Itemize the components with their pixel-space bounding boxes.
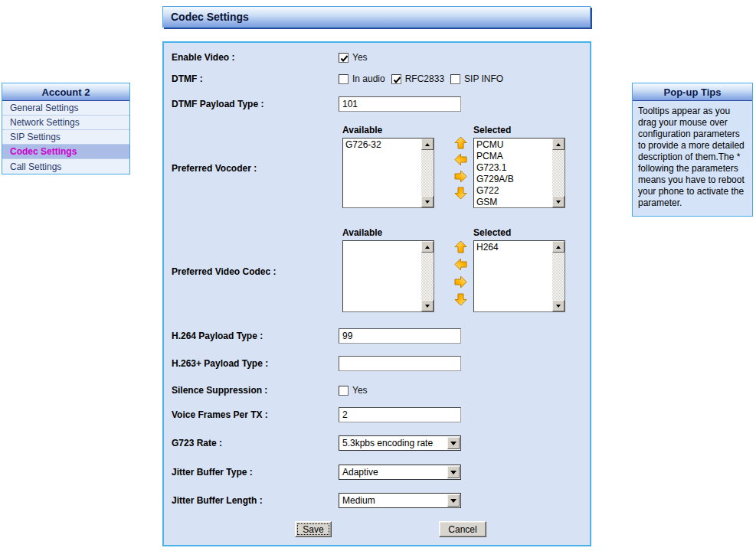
triangle-down-icon [425,305,430,308]
enable-video-checkbox-label: Yes [352,52,368,63]
codec-settings-form: Enable Video : Yes DTMF : In audio RFC28… [162,41,591,546]
enable-video-checkbox[interactable] [339,53,349,63]
move-down-arrow-button[interactable] [454,293,467,306]
vocoder-available-listbox[interactable]: G726-32 [342,138,434,208]
dropdown-button[interactable] [447,437,460,449]
vocoder-available-header: Available [342,125,382,135]
sidebar-item-label: General Settings [10,103,78,113]
silence-suppression-label: Silence Suppression : [172,385,339,396]
silence-suppression-checkbox[interactable] [339,386,349,396]
vocoder-selected-listbox[interactable]: PCMU PCMA G723.1 G729A/B G722 GSM [473,138,565,208]
save-button[interactable]: Save [295,521,332,537]
triangle-up-icon [425,246,430,249]
scroll-up-button[interactable] [421,241,434,253]
sidebar-item-label: Network Settings [10,117,80,128]
sidebar-item-sip-settings[interactable]: SIP Settings [2,130,129,145]
list-item[interactable]: GSM [476,197,551,207]
scroll-up-button[interactable] [552,241,565,253]
dtmf-in-audio-checkbox[interactable] [339,74,349,84]
move-up-arrow-button[interactable] [454,136,467,149]
checkmark-icon [339,54,349,64]
jitter-length-select[interactable]: Medium [339,493,461,508]
triangle-down-icon [425,201,430,204]
g723-rate-select[interactable]: 5.3kpbs encoding rate [339,435,461,451]
page-title: Codec Settings [171,11,249,23]
sidebar-item-network-settings[interactable]: Network Settings [2,116,129,130]
jitter-length-value: Medium [339,495,375,506]
h264-payload-label: H.264 Payload Type : [172,331,339,341]
h264-payload-input[interactable] [339,328,461,344]
scroll-down-button[interactable] [552,196,565,207]
g723-rate-row: G723 Rate : 5.3kpbs encoding rate [164,435,590,451]
triangle-down-icon [556,201,561,204]
jitter-type-value: Adaptive [339,467,378,478]
cancel-button[interactable]: Cancel [439,521,486,537]
vocoder-selected-scrollbar[interactable] [552,139,565,207]
dtmf-payload-label: DTMF Payload Type : [172,99,339,109]
dtmf-label: DTMF : [172,73,339,84]
video-selected-listbox[interactable]: H264 [473,240,565,312]
jitter-type-select[interactable]: Adaptive [339,465,461,480]
vocoder-available-scrollbar[interactable] [421,139,434,207]
dtmf-payload-row: DTMF Payload Type : [164,96,590,112]
vocoder-label: Preferred Vocoder : [172,163,257,174]
triangle-up-icon [425,143,430,146]
popup-tips-text: Tooltips appear as you drag your mouse o… [633,101,752,216]
triangle-up-icon [556,143,561,146]
checkmark-icon [392,75,402,85]
dtmf-payload-input[interactable] [339,96,461,112]
list-item[interactable]: G723.1 [476,162,551,174]
triangle-down-icon [556,305,561,308]
silence-suppression-row: Silence Suppression : Yes [164,383,590,398]
video-transfer-arrows [454,240,467,306]
voice-frames-input[interactable] [339,407,461,422]
sidebar-header: Account 2 [2,83,129,101]
scroll-up-button[interactable] [552,139,565,150]
dtmf-sip-info-label: SIP INFO [464,73,503,84]
triangle-up-icon [556,246,561,249]
sidebar-item-label: Call Settings [10,161,61,172]
list-item[interactable]: PCMU [476,139,551,151]
list-item[interactable]: G729A/B [476,174,551,185]
sidebar-item-general-settings[interactable]: General Settings [2,101,129,116]
scroll-down-button[interactable] [552,300,565,311]
dtmf-rfc2833-checkbox[interactable] [391,74,401,84]
sidebar-item-call-settings[interactable]: Call Settings [2,159,129,174]
h263-payload-row: H.263+ Payload Type : [164,356,590,371]
list-item[interactable]: PCMA [476,151,551,162]
video-available-listbox[interactable] [342,240,434,312]
list-item[interactable]: G722 [476,185,551,197]
g723-rate-value: 5.3kpbs encoding rate [339,438,433,448]
move-up-arrow-button[interactable] [454,240,467,253]
dtmf-row: DTMF : In audio RFC2833 SIP INFO [164,71,590,86]
voice-frames-row: Voice Frames Per TX : [164,407,590,422]
scroll-down-button[interactable] [421,196,434,207]
video-selected-scrollbar[interactable] [552,241,565,311]
move-right-arrow-button[interactable] [454,170,467,183]
chevron-down-icon [450,471,457,474]
sidebar-item-label: Codec Settings [10,146,77,157]
sidebar-item-codec-settings[interactable]: Codec Settings [2,145,129,159]
move-left-arrow-button[interactable] [454,258,467,271]
voice-frames-label: Voice Frames Per TX : [172,409,339,420]
list-item[interactable]: G726-32 [345,139,421,151]
video-available-scrollbar[interactable] [421,241,434,311]
dtmf-sip-info-checkbox[interactable] [450,74,460,84]
dropdown-button[interactable] [447,494,460,507]
dtmf-in-audio-label: In audio [352,73,385,84]
account-sidebar: Account 2 General Settings Network Setti… [2,83,130,174]
sidebar-item-label: SIP Settings [10,132,61,142]
g723-rate-label: G723 Rate : [172,438,339,448]
scroll-down-button[interactable] [421,300,434,311]
list-item[interactable]: H264 [476,242,551,253]
h264-payload-row: H.264 Payload Type : [164,328,590,344]
move-left-arrow-button[interactable] [454,153,467,166]
dropdown-button[interactable] [447,466,460,478]
silence-suppression-checkbox-label: Yes [352,385,368,396]
jitter-length-label: Jitter Buffer Length : [172,495,339,506]
h263-payload-input[interactable] [339,356,461,371]
scroll-up-button[interactable] [421,139,434,150]
jitter-type-row: Jitter Buffer Type : Adaptive [164,465,590,480]
move-right-arrow-button[interactable] [454,276,467,289]
move-down-arrow-button[interactable] [454,187,467,200]
